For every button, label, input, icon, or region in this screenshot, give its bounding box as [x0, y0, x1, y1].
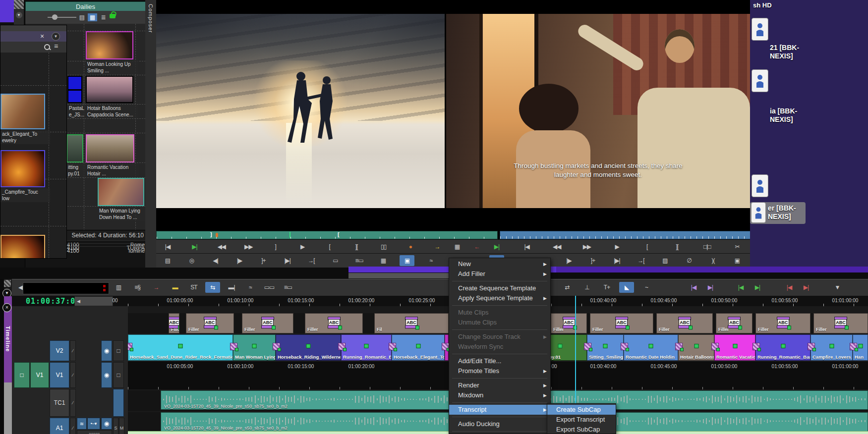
- clip-thumbnail-audio[interactable]: [67, 76, 82, 103]
- composer-button-mark-in-source[interactable]: [: [322, 241, 337, 252]
- record-monitor[interactable]: Through bustling markets and ancient str…: [446, 14, 750, 208]
- timeline-clip-romantic-date-holdin[interactable]: Romantic Date Holdin: [624, 334, 678, 361]
- menu-item-change-source-track[interactable]: Change Source Track▶: [449, 332, 550, 342]
- timeline-clip-horseback-sand-dune-rider-rock-formation[interactable]: Horseback_Sand_Dune_Rider_Rock_Formation: [128, 334, 233, 361]
- timeline-close-icon[interactable]: ×: [2, 303, 11, 312]
- composer-button-step-forward-record[interactable]: ▶▶: [579, 241, 594, 252]
- menu-item-add-filler[interactable]: Add Filler▶: [449, 269, 550, 279]
- list-view-icon[interactable]: ≣: [99, 13, 108, 21]
- menu-item-apply-sequence-template[interactable]: Apply Sequence Template▶: [449, 293, 550, 303]
- menu-item-export-subcap[interactable]: Export SubCap: [547, 425, 616, 434]
- timeline-button-title-tool[interactable]: T+: [599, 282, 614, 293]
- masterclip-icon[interactable]: [752, 174, 768, 197]
- dissolve-transition-icon[interactable]: [389, 343, 396, 350]
- filler-clip[interactable]: FillerABC: [755, 313, 810, 333]
- composer-button-render-effect[interactable]: ▨: [658, 255, 673, 266]
- composer-button-grid-tool[interactable]: ▦: [376, 255, 391, 266]
- composer-button-mark-out-source[interactable]: ]: [268, 241, 283, 252]
- menu-item-new[interactable]: New▶: [449, 259, 550, 269]
- track-power-icon-v2[interactable]: ◉: [101, 340, 112, 361]
- track-monitor-icon-v1[interactable]: □: [113, 362, 124, 388]
- dissolve-transition-icon[interactable]: [850, 343, 857, 350]
- filler-clip[interactable]: FillerABC: [716, 313, 752, 333]
- menu-item-create-subcap[interactable]: Create SubCap: [547, 405, 616, 415]
- dissolve-transition-icon[interactable]: [621, 343, 628, 350]
- composer-button-play-record[interactable]: ▶: [610, 241, 625, 252]
- dissolve-transition-icon[interactable]: [808, 343, 815, 350]
- filler-clip[interactable]: FillerABC: [186, 313, 234, 333]
- timeline-button-top-align[interactable]: ⊥: [579, 282, 594, 293]
- track-monitor-icon-v2[interactable]: □: [113, 340, 124, 361]
- timeline-button-trim-back-green[interactable]: |◀: [733, 282, 748, 293]
- mute-button-a1[interactable]: M: [119, 418, 124, 434]
- composer-button-extend-record[interactable]: ]+: [585, 255, 600, 266]
- menu-item-create-sequence-template[interactable]: Create Sequence Template: [449, 283, 550, 293]
- slider-knob[interactable]: [52, 14, 58, 20]
- hamburger-menu-icon[interactable]: ≡: [54, 42, 58, 50]
- clip-thumbnail-horseback[interactable]: [0, 94, 45, 129]
- timeline-button-clip-text[interactable]: ≡§: [130, 282, 145, 293]
- composer-button-make-subclip[interactable]: ▭: [328, 255, 343, 266]
- record-position-bar[interactable]: [500, 231, 751, 239]
- slip-icon[interactable]: ∕: [70, 362, 76, 388]
- filler-clip[interactable]: FillerABC: [656, 313, 713, 333]
- source-track-button-v1[interactable]: V1: [30, 362, 49, 388]
- timeline-clip-sitting-smiling-w[interactable]: Sitting_Smiling_W: [587, 334, 624, 361]
- record-track-button-a1[interactable]: A1◁: [50, 418, 69, 434]
- track-button-tc1[interactable]: TC1: [50, 389, 69, 417]
- composer-button-rewind[interactable]: ←: [469, 241, 484, 252]
- chevron-down-icon[interactable]: ▼: [16, 12, 22, 18]
- record-track-button-v1[interactable]: V1: [50, 362, 69, 388]
- timeline-drag-handle[interactable]: [4, 280, 11, 287]
- timeline-clip-running-romantic-barren-lovers[interactable]: Running_Romantic_Barren_Lovers: [755, 334, 810, 361]
- clip-thumbnail-hotair-balloons[interactable]: [86, 76, 133, 103]
- dissolve-transition-icon[interactable]: [230, 343, 237, 350]
- filler-clip[interactable]: FillerABC: [590, 313, 653, 333]
- composer-tab-label[interactable]: Composer: [148, 4, 154, 33]
- timeline-clip-horseback-elegant-tourist[interactable]: Horseback_Elegant_Tourist: [392, 334, 445, 361]
- scroll-strip[interactable]: [348, 273, 449, 278]
- composer-button-fast-forward[interactable]: →: [430, 241, 445, 252]
- timeline-button-trim-back-purple[interactable]: |◀: [686, 282, 701, 293]
- dailies-bin-titlebar[interactable]: Dailies: [25, 1, 146, 12]
- dissolve-transition-icon[interactable]: [128, 343, 132, 350]
- menu-item-audio-ducking[interactable]: Audio Ducking: [449, 419, 550, 429]
- composer-button-extend[interactable]: ]+: [256, 255, 271, 266]
- composer-button-step-backward[interactable]: ◀◀: [214, 241, 229, 252]
- slip-icon[interactable]: ∕: [70, 340, 76, 361]
- timeline-button-waveform-toggle[interactable]: ~: [639, 282, 654, 293]
- timeline-button-trim-fwd-green[interactable]: ▶|: [750, 282, 765, 293]
- composer-button-add-marker[interactable]: ●: [403, 241, 418, 252]
- menu-item-transcript[interactable]: Transcript▶: [449, 405, 550, 415]
- composer-button-go-to-in[interactable]: →[: [304, 255, 319, 266]
- composer-button-go-to-next-event-record[interactable]: ▶|: [489, 241, 504, 252]
- clip-thumbnail-romantic-vacation[interactable]: [86, 134, 134, 163]
- timeline-button-film-view[interactable]: ≡▭: [281, 282, 295, 293]
- timeline-button-trim-back-red[interactable]: |◀: [782, 282, 797, 293]
- composer-button-trim-forward[interactable]: |▶: [562, 255, 577, 266]
- waveform-icon-a1[interactable]: ≋: [77, 418, 87, 430]
- filler-clip[interactable]: FillerABC: [551, 313, 587, 333]
- menu-item-mixdown[interactable]: Mixdown▶: [449, 390, 550, 400]
- filler-clip[interactable]: FillerABC: [242, 313, 293, 333]
- timeline-button-segment-overwrite[interactable]: ▬|: [224, 282, 239, 293]
- timeline-button-more-tools[interactable]: ▼: [830, 282, 845, 293]
- dissolve-transition-icon[interactable]: [711, 343, 719, 350]
- masterclip-icon[interactable]: [752, 18, 768, 41]
- composer-button-swap-source-record[interactable]: □|□: [699, 241, 714, 252]
- drag-handle[interactable]: [14, 0, 24, 9]
- composer-button-audio-mixer[interactable]: ≈: [424, 255, 439, 266]
- fast-menu-icon[interactable]: ▼: [52, 32, 60, 41]
- menu-item-render[interactable]: Render▶: [449, 380, 550, 390]
- timeline-clip-man-woman-lying[interactable]: Man Woman Lying: [233, 334, 276, 361]
- composer-button-go-to-previous-event[interactable]: |◀: [160, 241, 175, 252]
- track-power-icon-v1[interactable]: ◉: [101, 362, 112, 388]
- composer-button-nudge-back[interactable]: ◀|: [208, 255, 223, 266]
- timeline-button-smart-tool[interactable]: ST: [186, 282, 201, 293]
- dissolve-transition-icon[interactable]: [584, 343, 591, 350]
- table-view-icon[interactable]: ▤: [77, 13, 87, 21]
- composer-button-play-in-to-out[interactable]: ][: [349, 241, 364, 252]
- record-track-button-v2[interactable]: V2: [50, 340, 69, 361]
- composer-button-go-to-previous-event-record[interactable]: |◀: [520, 241, 534, 252]
- selected-bin-item[interactable]: er [BBK- NEXIS]: [750, 202, 806, 224]
